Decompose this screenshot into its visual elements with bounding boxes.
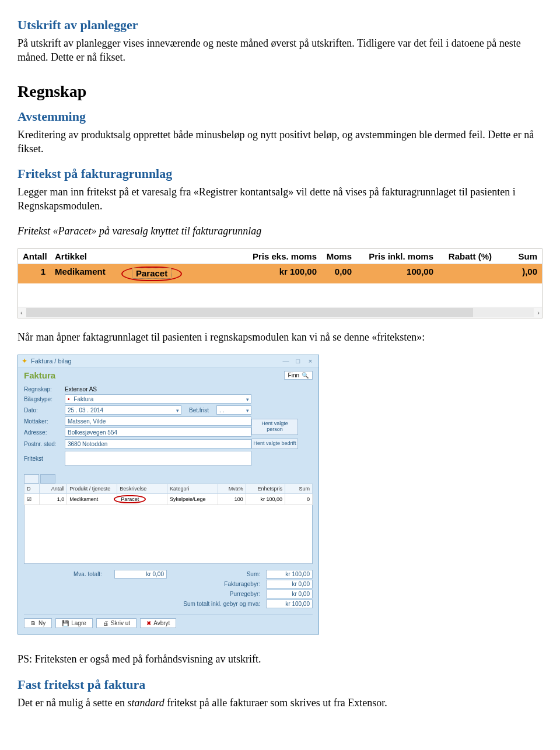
col-kategori: Kategori — [167, 484, 218, 494]
adresse-field[interactable]: Bolkesjøvegen 554 — [65, 427, 251, 437]
label-fritekst: Fritekst — [24, 455, 65, 462]
bilagstype-dropdown[interactable]: • Faktura — [65, 394, 251, 404]
col-sum: Sum — [285, 484, 313, 494]
faktura-window: ✦ Faktura / bilag — □ × Faktura Finn 🔍 R… — [18, 355, 319, 635]
caption: Fritekst «Paracet» på varesalg knyttet t… — [18, 224, 542, 238]
skriv-ut-button[interactable]: 🖨 Skriv ut — [96, 618, 136, 628]
col-beskrivelse: Beskrivelse — [117, 484, 167, 494]
button-row: 🗎 Ny 💾 Lagre 🖨 Skriv ut ✖ Avbryt — [24, 614, 313, 628]
value-sum: kr 100,00 — [266, 570, 313, 579]
table-row[interactable]: 1 Medikament Paracet kr 100,00 0,00 100,… — [18, 264, 542, 283]
mottaker-field[interactable]: Matssen, Vilde — [65, 416, 251, 426]
col-sum: Sum — [496, 249, 542, 264]
text-em: standard — [127, 697, 164, 709]
save-icon: 💾 — [62, 620, 69, 626]
cell-produkt: Medikament — [67, 494, 117, 505]
cell-antall: 1,0 — [40, 494, 67, 505]
paragraph: Det er nå mulig å sette en standard frit… — [18, 696, 542, 710]
item-tab-active[interactable] — [40, 474, 55, 483]
cell-mva: 100 — [218, 494, 246, 505]
hent-person-button[interactable]: Hent valgte person — [251, 419, 298, 435]
text-post: fritekst på alle fakturaer som skrives u… — [164, 697, 387, 709]
betfrist-field[interactable]: . . — [216, 405, 251, 415]
table-header-row: Antall Artikkel Pris eks. moms Moms Pris… — [18, 249, 542, 264]
window-icon: ✦ — [22, 357, 27, 365]
hent-bedrift-button[interactable]: Hent valgte bedrift — [251, 439, 298, 449]
cell-antall: 1 — [18, 264, 50, 283]
item-tabs — [24, 474, 313, 483]
value-purregebyr: kr 0,00 — [266, 590, 313, 598]
paragraph-ps: PS: Friteksten er også med på forhåndsvi… — [18, 652, 542, 666]
fritekst-field[interactable] — [65, 451, 251, 466]
scroll-track[interactable] — [26, 308, 534, 317]
highlighted-beskrivelse: Paracet — [121, 496, 139, 502]
heading-utskrift: Utskrift av planlegger — [18, 17, 542, 33]
col-artikkel: Artikkel — [50, 249, 126, 264]
cancel-icon: ✖ — [146, 620, 151, 626]
window-minimize-icon[interactable]: — — [281, 358, 290, 365]
col-antall: Antall — [40, 484, 67, 494]
label-bilagstype: Bilagstype: — [24, 396, 65, 402]
label-betfrist: Bet.frist — [181, 407, 216, 413]
col-check: D — [24, 484, 40, 494]
cell-kategori: Sykelpeie/Lege — [167, 494, 218, 505]
cell-check[interactable]: ☑ — [24, 494, 40, 505]
scroll-thumb[interactable] — [26, 308, 473, 317]
heading-fast-fritekst: Fast fritekst på faktura — [18, 677, 542, 692]
cell-rabatt — [438, 264, 496, 283]
lagre-button[interactable]: 💾 Lagre — [55, 618, 93, 628]
cell-sum: 0 — [285, 494, 313, 505]
dato-field[interactable]: 25 . 03 . 2014 — [65, 405, 181, 415]
paragraph: Når man åpner faktagrunnlaget til pasien… — [18, 330, 542, 344]
heading-avstemming: Avstemming — [18, 109, 542, 124]
text-pre: Det er nå mulig å sette en — [18, 697, 127, 709]
label-sum-totalt: Sum totalt inkl. gebyr og mva: — [173, 601, 260, 607]
totals-section: Mva. totalt: kr 0,00 Sum: kr 100,00 Fakt… — [24, 570, 313, 608]
col-pris-inkl: Pris inkl. moms — [356, 249, 438, 264]
cell-moms: 0,00 — [321, 264, 356, 283]
label-mva-totalt: Mva. totalt: — [74, 571, 108, 577]
col-pris-eks: Pris eks. moms — [234, 249, 321, 264]
print-icon: 🖨 — [103, 620, 108, 626]
value-fakturagebyr: kr 0,00 — [266, 580, 313, 588]
label-sum: Sum: — [173, 571, 260, 577]
value-mva-totalt: kr 0,00 — [114, 570, 167, 579]
window-titlebar[interactable]: ✦ Faktura / bilag — □ × — [18, 355, 318, 367]
scroll-left-icon[interactable]: ‹ — [18, 309, 25, 316]
item-tab[interactable] — [24, 474, 39, 483]
items-table: D Antall Produkt / tjeneste Beskrivelse … — [24, 483, 313, 505]
paragraph: På utskrift av planlegger vises innevære… — [18, 36, 542, 65]
ny-button[interactable]: 🗎 Ny — [24, 618, 52, 628]
document-icon: 🗎 — [30, 620, 36, 626]
finn-button[interactable]: Finn 🔍 — [284, 371, 313, 380]
cell-fritekst: Paracet — [126, 264, 234, 283]
horizontal-scrollbar[interactable]: ‹ › — [18, 307, 542, 318]
items-row[interactable]: ☑ 1,0 Medikament Paracet Sykelpeie/Lege … — [24, 494, 313, 505]
window-close-icon[interactable]: × — [306, 358, 315, 365]
cell-beskrivelse: Paracet — [117, 494, 167, 505]
highlighted-fritekst: Paracet — [132, 268, 172, 279]
bilagstype-value: Faktura — [74, 396, 93, 402]
skriv-ut-label: Skriv ut — [111, 620, 130, 626]
label-mottaker: Mottaker: — [24, 418, 65, 425]
col-produkt: Produkt / tjeneste — [67, 484, 117, 494]
ny-label: Ny — [38, 620, 46, 626]
faktura-heading: Faktura — [24, 370, 284, 380]
col-mva: Mva% — [218, 484, 246, 494]
cell-artikkel: Medikament — [50, 264, 126, 283]
scroll-right-icon[interactable]: › — [535, 309, 542, 316]
label-adresse: Adresse: — [24, 429, 65, 436]
search-icon: 🔍 — [302, 372, 309, 378]
col-enhetspris: Enhetspris — [246, 484, 285, 494]
postnr-field[interactable]: 3680 Notodden — [65, 439, 251, 448]
items-header-row: D Antall Produkt / tjeneste Beskrivelse … — [24, 484, 313, 494]
col-antall: Antall — [18, 249, 50, 264]
label-regnskap: Regnskap: — [24, 386, 65, 392]
lagre-label: Lagre — [71, 620, 86, 626]
avbryt-button[interactable]: ✖ Avbryt — [140, 618, 176, 628]
window-maximize-icon[interactable]: □ — [293, 358, 303, 365]
label-fakturagebyr: Fakturagebyr: — [173, 581, 260, 587]
cell-pris-eks: kr 100,00 — [234, 264, 321, 283]
paragraph: Kreditering av produktsalg opprettet båd… — [18, 128, 542, 156]
col-rabatt: Rabatt (%) — [438, 249, 496, 264]
